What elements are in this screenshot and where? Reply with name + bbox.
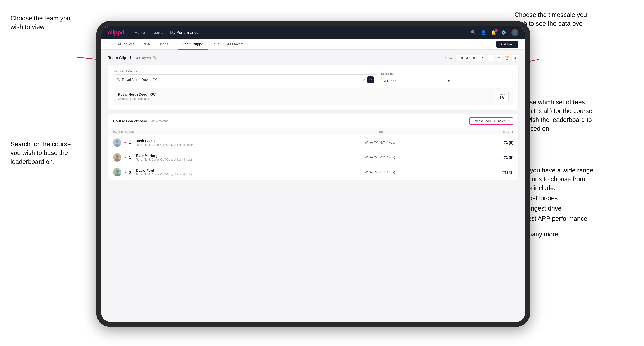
- ipad-screen: clippd Home Teams My Performance 🔍 👤 🔔 1…: [101, 26, 525, 322]
- grid-view-icon[interactable]: ⊞: [488, 54, 494, 61]
- tee-select[interactable]: All Tees ▾: [381, 77, 513, 85]
- col-tee-header: TEE: [313, 130, 447, 133]
- player-score: 72 (E): [447, 156, 514, 160]
- annotation-top-right: Choose the timescale you wish to see the…: [514, 10, 598, 28]
- player-score: 73 (+1): [447, 170, 514, 174]
- player-tee: White (M) (6,744 yds): [313, 141, 447, 145]
- player-name: Josh Coles: [136, 139, 194, 143]
- player-club: Royal North Devon Golf Club, United King…: [136, 143, 194, 147]
- annotation-middle-left: Search for the course you wish to base t…: [10, 140, 84, 166]
- sub-nav: PGAT Players PGA Hcaps 1-5 Team Clippd T…: [101, 39, 525, 50]
- tab-tour[interactable]: Tour: [208, 39, 223, 50]
- favorite-heart-icon[interactable]: ♥: [124, 156, 126, 159]
- svg-point-6: [116, 140, 119, 143]
- team-header: Team Clippd | 14 Players ✏️ Show: Last 3…: [108, 54, 518, 61]
- table-row: ♥ 3 David Ford Royal North Devon Golf Cl…: [108, 165, 518, 180]
- rank-number: 1: [129, 156, 133, 160]
- table-row: ♥ 1 Josh Coles Royal North Devon Golf Cl…: [108, 135, 518, 150]
- score-type-select[interactable]: Lowest Score (18 holes) ▾: [469, 117, 514, 125]
- search-nav-icon[interactable]: 🔍: [471, 30, 476, 35]
- table-header: PLAYER NAME TEE SCORE: [108, 128, 518, 135]
- player-name: Blair McHarg: [136, 154, 194, 158]
- player-tee: White (M) (6,744 yds): [313, 156, 447, 159]
- find-course-label: Find a Golf Course: [114, 70, 377, 73]
- search-card: Find a Golf Course 🔍 ✕ ☆ Select Tee: [108, 65, 518, 110]
- player-club: Royal North Devon Golf Club, United King…: [136, 158, 194, 161]
- svg-point-9: [116, 155, 119, 158]
- top-nav: clippd Home Teams My Performance 🔍 👤 🔔 1…: [101, 26, 525, 39]
- bell-nav-icon[interactable]: 🔔 1: [491, 30, 496, 35]
- nav-my-performance[interactable]: My Performance: [170, 30, 198, 35]
- tab-pgat-players[interactable]: PGAT Players: [108, 39, 138, 50]
- score-type-chevron: ▾: [508, 119, 510, 123]
- player-name: David Ford: [136, 169, 194, 173]
- people-nav-icon[interactable]: 👤: [481, 30, 486, 35]
- nav-icons: 🔍 👤 🔔 1 ⚙️ 👤: [471, 29, 518, 36]
- favorite-heart-icon[interactable]: ♥: [124, 141, 126, 145]
- tee-value: All Tees: [384, 79, 446, 83]
- settings-nav-icon[interactable]: ⚙️: [501, 30, 506, 35]
- tee-chevron-icon: ▾: [448, 79, 510, 83]
- rank-number: 1: [129, 141, 133, 145]
- leaderboard-subtitle: Last 3 months: [150, 119, 168, 123]
- holes-box: Holes 18: [495, 91, 508, 102]
- search-icon: 🔍: [117, 78, 120, 81]
- player-avatar: [113, 138, 122, 147]
- logo: clippd: [108, 29, 124, 36]
- trophy-view-icon[interactable]: 🏆: [504, 54, 510, 61]
- favorite-heart-icon[interactable]: ♥: [124, 171, 126, 174]
- col-player-header: PLAYER NAME: [113, 130, 313, 133]
- show-period-select[interactable]: Last 3 months: [456, 55, 485, 61]
- course-result: Royal North Devon GC Westward Ho!, Engla…: [114, 88, 513, 105]
- course-search-wrap: 🔍 ✕ ☆: [114, 74, 377, 85]
- leaderboard-title: Course Leaderboard,: [113, 119, 148, 123]
- select-tee-label: Select Tee: [381, 72, 513, 75]
- edit-team-icon[interactable]: ✏️: [153, 56, 157, 60]
- rank-number: 3: [129, 170, 133, 174]
- download-icon[interactable]: ⬇: [512, 54, 518, 61]
- favorite-icon[interactable]: ☆: [367, 76, 374, 83]
- tab-all-players[interactable]: All Players: [223, 39, 248, 50]
- tab-hcaps[interactable]: Hcaps 1-5: [154, 39, 178, 50]
- view-icons: ⊞ ☰ 🏆 ⬇: [488, 54, 518, 61]
- tab-team-clippd[interactable]: Team Clippd: [178, 39, 208, 50]
- notification-badge: 1: [494, 29, 498, 32]
- col-score-header: SCORE: [447, 130, 514, 133]
- leaderboard-header: Course Leaderboard, Last 3 months Lowest…: [108, 114, 518, 128]
- nav-links: Home Teams My Performance: [134, 30, 471, 35]
- holes-count: 18: [498, 96, 505, 100]
- leaderboard-table: PLAYER NAME TEE SCORE: [108, 128, 518, 180]
- score-type-label: Lowest Score (18 holes): [473, 119, 506, 123]
- main-content: Team Clippd | 14 Players ✏️ Show: Last 3…: [101, 50, 525, 322]
- player-club: Royal North Devon Golf Club, United King…: [136, 173, 194, 176]
- leaderboard-card: Course Leaderboard, Last 3 months Lowest…: [108, 114, 518, 180]
- add-team-button[interactable]: Add Team: [496, 41, 518, 48]
- team-count: | 14 Players: [132, 56, 151, 60]
- nav-teams[interactable]: Teams: [152, 30, 163, 35]
- show-label: Show:: [444, 56, 453, 60]
- player-score: 72 (E): [447, 141, 514, 145]
- clear-search-icon[interactable]: ✕: [363, 78, 366, 82]
- player-avatar: [113, 153, 122, 162]
- team-title: Team Clippd: [108, 56, 131, 60]
- user-avatar[interactable]: 👤: [511, 29, 518, 36]
- holes-label: Holes: [498, 93, 505, 96]
- annotation-top-left: Choose the team you wish to view.: [10, 14, 77, 32]
- nav-home[interactable]: Home: [134, 30, 145, 35]
- course-name: Royal North Devon GC: [118, 92, 495, 96]
- table-row: ♥ 1 Blair McHarg Royal North Devon Golf …: [108, 150, 518, 165]
- svg-point-12: [116, 170, 119, 173]
- ipad-device: clippd Home Teams My Performance 🔍 👤 🔔 1…: [96, 21, 530, 327]
- course-location: Westward Ho!, England: [118, 97, 495, 101]
- course-search-input[interactable]: [122, 78, 361, 82]
- player-tee: White (M) (6,744 yds): [313, 171, 447, 174]
- list-view-icon[interactable]: ☰: [496, 54, 502, 61]
- tab-pga[interactable]: PGA: [138, 39, 154, 50]
- player-avatar: [113, 168, 122, 176]
